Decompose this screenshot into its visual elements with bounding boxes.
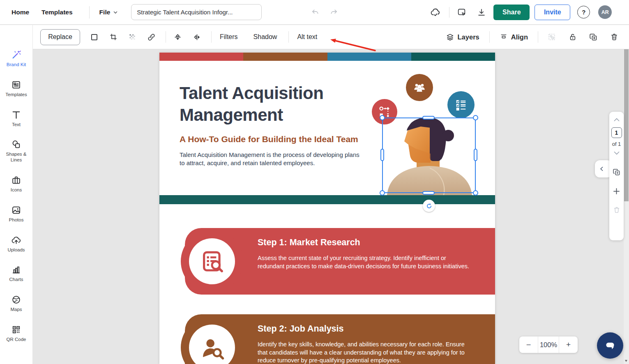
teal-band[interactable] [159,195,495,204]
current-page-box[interactable]: 1 [611,127,622,138]
redo-icon [329,8,338,16]
stripe-segment-teal [411,53,495,61]
chat-widget-button[interactable] [597,332,623,359]
sidebar-item-uploads[interactable]: Uploads [1,235,32,253]
sidebar-item-qr-code[interactable]: QR Code [1,325,32,343]
layers-button[interactable]: Layers [446,33,479,41]
document-title-input[interactable] [131,4,262,20]
sidebar-item-templates[interactable]: Templates [1,80,32,98]
present-icon [457,7,466,17]
sidebar-item-label: Text [12,122,21,128]
replace-button[interactable]: Replace [40,29,80,45]
sidebar-item-photos[interactable]: Photos [1,205,32,223]
shadow-button[interactable]: Shadow [253,33,277,41]
selection-box[interactable] [382,117,476,193]
resize-handle-bottom-left[interactable] [380,190,385,196]
layers-icon [446,33,454,41]
resize-handle-left[interactable] [380,149,384,161]
scrollbar-down-arrow[interactable] [625,360,627,362]
invite-button[interactable]: Invite [535,5,570,20]
undo-button[interactable] [311,8,320,16]
step-1-body[interactable]: Assess the current state of your recruit… [258,254,475,270]
checklist-icon [454,97,468,112]
magic-wand-icon [11,50,21,60]
redo-button[interactable] [329,8,338,16]
avatar[interactable]: AR [598,5,612,19]
help-button[interactable]: ? [577,6,590,18]
resize-handle-bottom[interactable] [422,191,435,195]
infographic-title[interactable]: Talent Acquisition Management [180,83,356,126]
duplicate-icon[interactable] [589,33,598,41]
resize-handle-right[interactable] [474,149,477,161]
step-2-heading[interactable]: Step 2: Job Analysis [258,324,344,334]
page-up-button[interactable] [613,117,620,122]
filters-button[interactable]: Filters [220,33,238,41]
zoom-out-button[interactable]: − [519,336,538,353]
chevron-down-icon [113,10,118,15]
step-1-heading[interactable]: Step 1: Market Research [258,237,360,248]
link-icon[interactable] [147,33,156,41]
team-people-icon [412,80,427,95]
bar-chart-icon [11,265,21,275]
rotate-handle[interactable] [423,200,435,212]
color-stripe[interactable] [159,53,495,61]
file-menu-button[interactable]: File [99,9,118,16]
nav-templates[interactable]: Templates [41,9,73,16]
align-button[interactable]: Align [500,33,528,41]
crop-icon[interactable] [109,33,118,41]
vertical-scrollbar[interactable] [624,41,629,364]
design-canvas[interactable]: Talent Acquisition Management A How-To G… [159,53,495,364]
sidebar-item-label: Templates [5,92,27,98]
share-button[interactable]: Share [493,5,530,20]
step-2-banner[interactable]: Step 2: Job Analysis Identify the key sk… [185,314,495,364]
sidebar-item-maps[interactable]: Maps [1,295,32,313]
nav-home[interactable]: Home [12,9,29,16]
unlock-icon[interactable] [569,33,577,41]
resize-handle-top-left[interactable] [380,115,385,120]
present-button[interactable] [457,7,466,17]
cloud-check-icon [430,7,441,18]
add-page-button[interactable] [612,187,621,196]
sidebar-item-brand-kit[interactable]: Brand Kit [1,50,32,68]
step-1-banner[interactable]: Step 1: Market Research Assess the curre… [185,228,495,295]
group-objects-icon[interactable] [547,32,556,41]
briefcase-icon [11,175,21,185]
frame-border-icon[interactable] [90,33,99,41]
sidebar-item-icons[interactable]: Icons [1,175,32,193]
divider [449,7,449,18]
zoom-control: − 100% + [519,336,578,353]
infographic-intro[interactable]: Talent Acquisition Management is the pro… [180,151,361,167]
transparency-icon[interactable] [128,33,136,41]
team-badge[interactable] [406,74,433,101]
toolbar-right-group: Layers Align [446,31,629,43]
resize-handle-top[interactable] [422,116,435,120]
duplicate-page-button[interactable] [613,168,621,176]
divider [89,6,90,18]
stripe-segment-blue [327,53,411,61]
undo-icon [311,8,320,16]
delete-page-button[interactable] [613,206,620,214]
page-navigation-panel: 1 of 1 [609,112,624,240]
flip-vertical-icon[interactable] [173,33,182,41]
page-down-button[interactable] [613,151,620,156]
download-icon [477,8,486,17]
text-t-icon [11,110,21,120]
resize-handle-top-right[interactable] [473,115,478,120]
step-2-body[interactable]: Identify the key skills, knowledge, and … [258,341,475,364]
trash-icon[interactable] [610,33,618,41]
scrollbar-thumb[interactable] [624,48,629,201]
infographic-subtitle[interactable]: A How-To Guide for Building the Ideal Te… [180,134,373,144]
download-button[interactable] [477,8,486,17]
chevron-left-icon [599,166,605,172]
photo-icon [11,205,21,215]
flip-horizontal-icon[interactable] [193,33,201,41]
resize-handle-bottom-right[interactable] [473,190,478,196]
cloud-saved-button[interactable] [430,7,441,18]
alt-text-button[interactable]: Alt text [297,33,317,41]
zoom-level-value: 100% [538,336,559,353]
file-menu-label: File [99,9,111,16]
sidebar-item-text[interactable]: Text [1,110,32,128]
zoom-in-button[interactable]: + [559,336,578,353]
sidebar-item-charts[interactable]: Charts [1,265,32,283]
sidebar-item-shapes-lines[interactable]: Shapes & Lines [1,139,32,163]
